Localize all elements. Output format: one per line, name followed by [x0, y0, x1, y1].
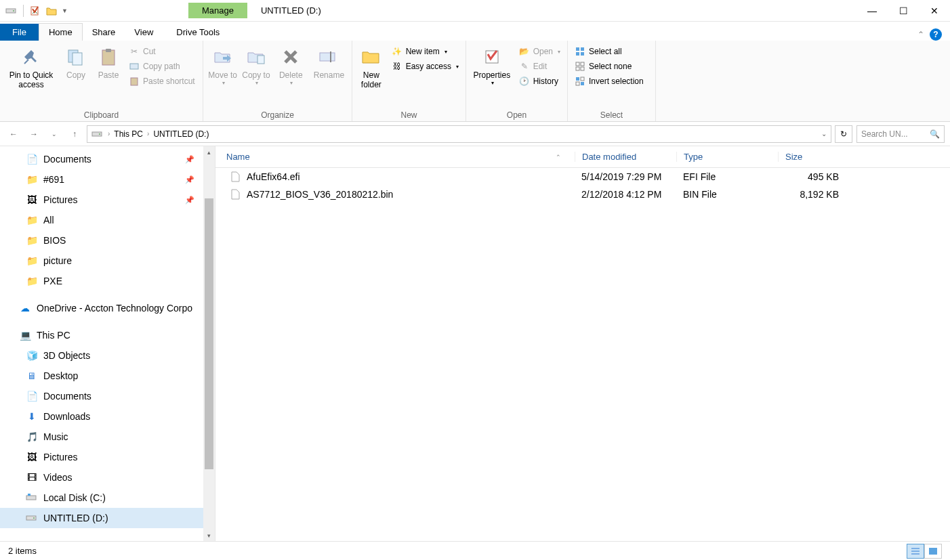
- edit-button[interactable]: ✎Edit: [516, 60, 563, 73]
- tree-item-bios[interactable]: 📁BIOS: [0, 230, 215, 251]
- chevron-right-icon[interactable]: ›: [108, 130, 110, 137]
- folder-qat-icon[interactable]: [45, 5, 58, 17]
- drive-icon: [26, 512, 38, 524]
- tree-item-pictures[interactable]: 🖼Pictures📌: [0, 190, 215, 210]
- maximize-button[interactable]: ☐: [888, 0, 919, 22]
- tab-file[interactable]: File: [0, 24, 39, 41]
- history-button[interactable]: 🕑History: [516, 74, 563, 88]
- svg-rect-20: [576, 67, 579, 70]
- column-date[interactable]: Date modified: [575, 152, 676, 162]
- refresh-button[interactable]: ↻: [835, 125, 852, 143]
- tree-item-pxe[interactable]: 📁PXE: [0, 271, 215, 291]
- breadcrumb-location[interactable]: UNTITLED (D:): [153, 129, 209, 139]
- select-all-button[interactable]: Select all: [572, 45, 646, 58]
- up-button[interactable]: ↑: [66, 126, 83, 142]
- delete-button[interactable]: Delete▾: [274, 43, 308, 87]
- ribbon-tabs: File Home Share View Drive Tools ⌃ ?: [0, 22, 950, 41]
- minimize-button[interactable]: —: [856, 0, 888, 22]
- scroll-down-icon[interactable]: ▾: [203, 530, 215, 541]
- file-row[interactable]: AfuEfix64.efi 5/14/2019 7:29 PM EFI File…: [215, 168, 950, 186]
- tree-item-documents2[interactable]: 📄Documents: [0, 386, 215, 406]
- navigation-pane: 📄Documents📌 📁#691📌 🖼Pictures📌 📁All 📁BIOS…: [0, 146, 215, 541]
- cut-button[interactable]: ✂Cut: [126, 45, 198, 58]
- easy-access-button[interactable]: ⛓Easy access▾: [389, 60, 461, 73]
- address-dropdown-icon[interactable]: ⌄: [821, 130, 827, 137]
- tab-view[interactable]: View: [125, 24, 163, 41]
- svg-rect-18: [576, 62, 579, 66]
- group-label-select: Select: [572, 109, 651, 121]
- forward-button[interactable]: →: [26, 126, 42, 142]
- select-none-button[interactable]: Select none: [572, 60, 646, 73]
- copy-to-button[interactable]: Copy to▾: [241, 43, 271, 87]
- paste-button[interactable]: Paste: [94, 43, 123, 80]
- tree-item-downloads[interactable]: ⬇Downloads: [0, 406, 215, 427]
- nav-scrollbar[interactable]: ▴ ▾: [203, 146, 215, 541]
- tab-share[interactable]: Share: [83, 24, 125, 41]
- ribbon: Pin to Quick access Copy Paste ✂Cut Copy…: [0, 41, 950, 122]
- svg-rect-25: [581, 82, 584, 85]
- scroll-thumb[interactable]: [205, 198, 213, 469]
- tree-item-documents[interactable]: 📄Documents📌: [0, 149, 215, 169]
- properties-qat-icon[interactable]: [29, 5, 41, 17]
- pin-icon: 📌: [185, 196, 194, 204]
- tree-item-untitled-d[interactable]: UNTITLED (D:): [0, 508, 215, 528]
- copy-button[interactable]: Copy: [61, 43, 91, 80]
- pin-icon: 📌: [185, 175, 194, 184]
- tree-item-picture[interactable]: 📁picture: [0, 251, 215, 271]
- paste-shortcut-button[interactable]: Paste shortcut: [126, 74, 198, 88]
- chevron-right-icon[interactable]: ›: [147, 130, 149, 137]
- column-name[interactable]: Name⌃: [215, 152, 575, 162]
- rename-button[interactable]: Rename: [310, 43, 348, 80]
- new-item-button[interactable]: ✨New item▾: [389, 45, 461, 58]
- tree-item-local-c[interactable]: Local Disk (C:): [0, 488, 215, 508]
- search-box[interactable]: Search UN... 🔍: [856, 125, 945, 143]
- recent-locations-button[interactable]: ⌄: [46, 126, 62, 142]
- qat-dropdown-icon[interactable]: ▼: [62, 7, 68, 14]
- svg-rect-10: [257, 56, 264, 64]
- tree-item-3d-objects[interactable]: 🧊3D Objects: [0, 345, 215, 366]
- address-bar[interactable]: › This PC › UNTITLED (D:) ⌄: [87, 125, 831, 143]
- scroll-up-icon[interactable]: ▴: [203, 146, 215, 158]
- edit-icon: ✎: [519, 61, 530, 72]
- pin-to-quick-access-button[interactable]: Pin to Quick access: [4, 43, 58, 90]
- new-item-icon: ✨: [392, 46, 402, 57]
- details-view-button[interactable]: [907, 544, 924, 559]
- column-size[interactable]: Size: [778, 152, 846, 162]
- tree-item-all[interactable]: 📁All: [0, 210, 215, 230]
- context-tab-manage[interactable]: Manage: [188, 3, 247, 18]
- copy-path-button[interactable]: Copy path: [126, 60, 198, 73]
- new-folder-button[interactable]: New folder: [356, 43, 386, 90]
- group-label-organize: Organize: [207, 109, 348, 121]
- tree-item-691[interactable]: 📁#691📌: [0, 169, 215, 190]
- back-button[interactable]: ←: [5, 126, 22, 142]
- drive-icon: [26, 492, 38, 504]
- properties-button[interactable]: Properties▾: [470, 43, 514, 87]
- invert-selection-button[interactable]: Invert selection: [572, 74, 646, 88]
- help-icon[interactable]: ?: [930, 28, 942, 41]
- tree-item-onedrive[interactable]: ☁OneDrive - Accton Technology Corpo: [0, 298, 215, 318]
- open-button[interactable]: 📂Open▾: [516, 45, 563, 58]
- close-button[interactable]: ✕: [919, 0, 950, 22]
- file-icon: [230, 189, 241, 200]
- svg-rect-35: [929, 548, 937, 555]
- copy-icon: [65, 46, 87, 68]
- tree-item-pictures2[interactable]: 🖼Pictures: [0, 447, 215, 467]
- tree-item-music[interactable]: 🎵Music: [0, 427, 215, 447]
- document-icon: 📄: [26, 390, 38, 402]
- tab-drive-tools[interactable]: Drive Tools: [167, 24, 229, 41]
- svg-rect-7: [106, 49, 111, 52]
- file-row[interactable]: AS7712_BIOS_V36_20180212.bin 2/12/2018 4…: [215, 186, 950, 203]
- tree-item-desktop[interactable]: 🖥Desktop: [0, 366, 215, 386]
- move-to-button[interactable]: Move to▾: [207, 43, 238, 87]
- breadcrumb-this-pc[interactable]: This PC: [114, 129, 143, 139]
- tree-item-videos[interactable]: 🎞Videos: [0, 467, 215, 488]
- svg-rect-9: [131, 78, 138, 85]
- tab-home[interactable]: Home: [39, 23, 83, 41]
- column-type[interactable]: Type: [676, 152, 778, 162]
- copy-to-icon: [245, 46, 267, 68]
- status-text: 2 items: [8, 546, 37, 556]
- folder-icon: 📁: [26, 173, 38, 186]
- thumbnails-view-button[interactable]: [924, 544, 942, 559]
- tree-item-this-pc[interactable]: 💻This PC: [0, 325, 215, 345]
- collapse-ribbon-icon[interactable]: ⌃: [917, 30, 924, 39]
